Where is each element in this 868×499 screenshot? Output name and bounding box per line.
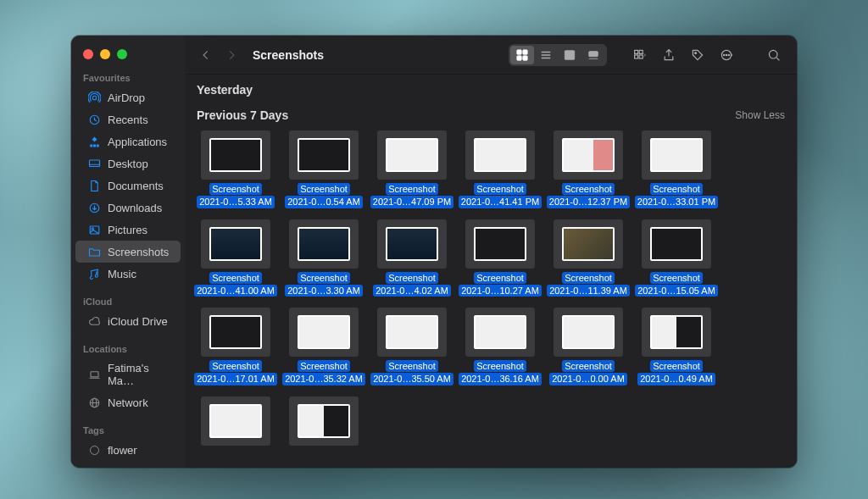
sidebar-item-desktop[interactable]: Desktop [75,152,181,175]
file-item[interactable]: Screenshot2021-0…11.39 AM [544,219,632,298]
column-view-button[interactable] [558,46,581,64]
image-icon [87,223,101,236]
sidebar-item-label: Pictures [108,224,147,236]
file-thumbnail [554,219,623,269]
file-thumbnail [642,308,711,357]
sidebar-item-screenshots[interactable]: Screenshots [75,241,181,263]
file-item[interactable]: Screenshot2021-0…0.54 AM [280,130,368,209]
sidebar-item-label: Screenshots [108,246,169,258]
section-prev7-title[interactable]: Previous 7 Days [197,108,288,122]
file-thumbnail [642,130,711,180]
file-label: Screenshot2021-0…11.39 AM [547,272,630,298]
doc-icon [87,179,101,192]
folder-icon [87,245,101,258]
file-item[interactable]: Screenshot2021-0…15.05 AM [632,219,721,298]
maximize-button[interactable] [117,49,127,59]
file-label: Screenshot2021-0…33.01 PM [635,183,718,209]
file-label: Screenshot2021-0…17.01 AM [194,360,277,386]
svg-rect-25 [639,50,643,53]
gallery-view-button[interactable] [581,46,605,64]
file-item[interactable] [192,396,280,449]
file-item[interactable]: Screenshot2021-0…47.09 PM [368,130,456,209]
file-thumbnail [377,219,447,269]
actions-button[interactable] [715,45,737,65]
sidebar-item-downloads[interactable]: Downloads [75,197,181,219]
file-thumbnail [201,396,270,446]
sidebar-item-music[interactable]: Music [75,263,181,285]
toolbar: Screenshots [185,36,797,75]
show-less-link[interactable]: Show Less [735,109,785,121]
sidebar-item-fatima-s-ma-[interactable]: Fatima's Ma… [75,358,181,391]
file-item[interactable]: Screenshot2021-0…33.01 PM [632,130,721,209]
file-item[interactable]: Screenshot2021-0…3.30 AM [280,219,368,298]
file-thumbnail [289,219,359,269]
file-item[interactable]: Screenshot2021-0…36.16 AM [456,308,544,386]
clock-icon [87,113,101,126]
file-thumbnail [465,130,535,180]
sidebar-group-title: Locations [71,341,185,358]
tags-button[interactable] [687,45,709,65]
file-item[interactable]: Screenshot2021-0…41.00 AM [192,219,280,298]
sidebar-item-icloud-drive[interactable]: iCloud Drive [75,310,181,332]
section-prev7: Previous 7 Days Show Less [185,102,797,127]
sidebar-item-documents[interactable]: Documents [75,175,181,197]
sidebar-item-label: AirDrop [108,91,145,104]
file-item[interactable]: Screenshot2021-0…5.33 AM [192,130,280,209]
close-button[interactable] [83,49,93,59]
sidebar-item-network[interactable]: Network [75,391,181,413]
sidebar-item-applications[interactable]: Applications [75,130,181,152]
forward-button[interactable] [222,46,241,64]
svg-rect-15 [523,55,527,59]
sidebar-item-label: Documents [108,180,164,192]
sidebar-item-airdrop[interactable]: AirDrop [75,86,181,108]
file-item[interactable]: Screenshot2021-0…17.01 AM [192,308,280,386]
file-item[interactable]: Screenshot2021-0…41.41 PM [456,130,544,209]
file-item[interactable]: Screenshot2021-0…10.27 AM [456,219,544,298]
icon-view-button[interactable] [510,46,534,64]
network-icon [87,396,101,409]
minimize-button[interactable] [100,49,110,59]
sidebar-item-label: iCloud Drive [108,315,168,328]
apps-icon [87,135,101,148]
file-item[interactable]: Screenshot2021-0…35.32 AM [280,308,368,386]
file-item[interactable] [280,396,368,449]
file-label: Screenshot2021-0…41.41 PM [459,183,542,209]
file-item[interactable]: Screenshot2021-0…12.37 PM [544,130,632,209]
file-thumbnail [201,130,270,180]
file-label: Screenshot2021-0…35.50 AM [370,360,453,386]
section-yesterday[interactable]: Yesterday [185,80,797,102]
file-thumbnail [465,219,535,269]
file-label: Screenshot2021-0…47.09 PM [370,183,453,209]
file-grid: Screenshot2021-0…5.33 AMScreenshot2021-0… [185,127,797,452]
sidebar-item-flower[interactable]: flower [75,439,181,461]
sidebar-item-recents[interactable]: Recents [75,108,181,130]
file-item[interactable]: Screenshot2021-0…35.50 AM [368,308,456,386]
file-label: Screenshot2021-0…10.27 AM [459,272,542,298]
svg-rect-14 [517,55,521,59]
file-item[interactable]: Screenshot2021-0…0.00 AM [544,308,632,386]
svg-point-31 [726,54,726,55]
content-area[interactable]: Yesterday Previous 7 Days Show Less Scre… [185,75,797,468]
file-label: Screenshot2021-0…0.54 AM [285,183,363,209]
file-thumbnail [554,308,623,357]
file-item[interactable]: Screenshot2021-0…0.49 AM [632,308,721,386]
search-button[interactable] [763,45,785,65]
file-thumbnail [642,219,711,269]
file-thumbnail [554,130,623,180]
svg-point-28 [695,52,697,53]
share-button[interactable] [658,45,680,65]
back-button[interactable] [197,46,215,64]
list-view-button[interactable] [534,46,558,64]
file-label: Screenshot2021-0…0.00 AM [549,360,627,386]
sidebar-item-pictures[interactable]: Pictures [75,219,181,241]
file-label: Screenshot2021-0…12.37 PM [547,183,630,209]
sidebar-group-title: iCloud [71,293,185,310]
file-thumbnail [289,396,359,446]
file-thumbnail [377,308,447,357]
file-item[interactable]: Screenshot2021-0…4.02 AM [368,219,456,298]
view-segment [509,44,607,66]
svg-point-33 [769,50,777,58]
group-by-button[interactable] [629,45,651,65]
svg-rect-2 [89,160,99,167]
file-thumbnail [201,308,270,357]
